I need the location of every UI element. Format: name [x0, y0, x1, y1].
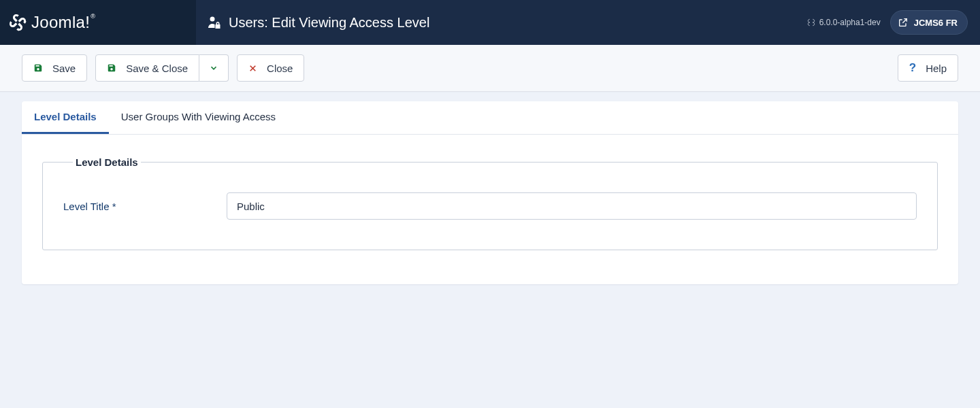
- save-label: Save: [52, 63, 76, 74]
- joomla-small-icon: [806, 18, 816, 27]
- tab-body: Level Details Level Title *: [22, 135, 958, 284]
- page-title-area: Users: Edit Viewing Access Level: [196, 14, 806, 31]
- user-lock-icon: [207, 14, 223, 31]
- level-title-input-wrap: [227, 192, 917, 220]
- save-button[interactable]: Save: [22, 54, 87, 82]
- version-text: 6.0.0-alpha1-dev: [819, 18, 881, 27]
- form-row-title: Level Title *: [63, 192, 917, 220]
- close-icon: [248, 64, 257, 73]
- save-icon: [107, 63, 116, 73]
- tabs: Level Details User Groups With Viewing A…: [22, 101, 958, 135]
- toolbar: Save Save & Close Close ? Help: [0, 45, 980, 92]
- site-link-pill[interactable]: JCMS6 FR: [890, 10, 968, 35]
- close-label: Close: [267, 63, 293, 74]
- level-title-label: Level Title *: [63, 201, 227, 212]
- level-title-input[interactable]: [227, 192, 917, 220]
- save-close-group: Save & Close: [95, 54, 229, 82]
- toolbar-right: ? Help: [898, 54, 958, 82]
- external-link-icon: [898, 17, 909, 28]
- save-close-dropdown-toggle[interactable]: [199, 54, 229, 82]
- save-close-button[interactable]: Save & Close: [95, 54, 199, 82]
- brand-name: Joomla!®: [31, 13, 95, 32]
- save-close-label: Save & Close: [126, 63, 188, 74]
- close-button[interactable]: Close: [237, 54, 304, 82]
- joomla-mark-icon: [7, 12, 29, 33]
- app-header: Joomla!® Users: Edit Viewing Access Leve…: [0, 0, 980, 45]
- tab-level-details[interactable]: Level Details: [22, 101, 109, 134]
- brand-area[interactable]: Joomla!®: [0, 0, 196, 45]
- site-pill-text: JCMS6 FR: [914, 18, 958, 28]
- joomla-logo: Joomla!®: [7, 12, 95, 33]
- toolbar-left: Save Save & Close Close: [22, 54, 304, 82]
- content-card: Level Details User Groups With Viewing A…: [22, 101, 958, 284]
- page-title: Users: Edit Viewing Access Level: [229, 15, 429, 31]
- help-button[interactable]: ? Help: [898, 54, 958, 82]
- svg-point-0: [210, 17, 215, 22]
- help-icon: ?: [909, 61, 916, 75]
- help-label: Help: [926, 63, 947, 74]
- tab-user-groups[interactable]: User Groups With Viewing Access: [109, 101, 288, 134]
- chevron-down-icon: [209, 63, 218, 73]
- fieldset-legend: Level Details: [73, 156, 141, 168]
- header-right: 6.0.0-alpha1-dev JCMS6 FR: [806, 10, 980, 35]
- save-icon: [33, 63, 43, 73]
- version-badge[interactable]: 6.0.0-alpha1-dev: [806, 18, 881, 27]
- level-details-fieldset: Level Details Level Title *: [42, 156, 938, 250]
